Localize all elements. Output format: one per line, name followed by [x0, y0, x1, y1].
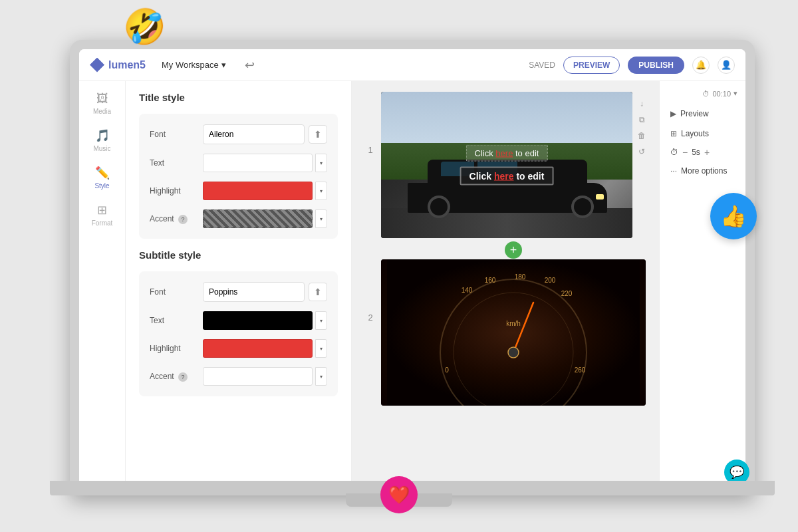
publish-button[interactable]: PUBLISH — [628, 57, 684, 74]
workspace-label: My Workspace — [162, 60, 219, 70]
accent-row: Accent ? ▾ — [150, 209, 327, 228]
subtitle-text-swatch[interactable] — [203, 311, 313, 330]
layouts-panel-label: Layouts — [681, 129, 709, 138]
more-options-label: More options — [681, 166, 727, 176]
subtitle-text-dropdown[interactable]: ▾ — [315, 311, 327, 330]
accent-color-swatch[interactable] — [203, 209, 313, 228]
sidebar-item-music[interactable]: 🎵 Music — [83, 123, 122, 158]
layouts-panel-icon: ⊞ — [670, 129, 677, 138]
slide-side-controls-1: ↓ ⧉ 🗑 ↺ — [635, 92, 648, 158]
sidebar-item-format[interactable]: ⊞ Format — [83, 198, 122, 232]
duration-plus-button[interactable]: + — [703, 147, 711, 158]
layouts-panel-item[interactable]: ⊞ Layouts — [665, 124, 740, 143]
highlight-control: ▾ — [203, 182, 327, 200]
slide-edit-text-lower[interactable]: Click here to edit — [460, 167, 554, 186]
accent-label: Accent ? — [150, 214, 203, 224]
speedometer-svg: 140 160 180 200 220 km/h — [381, 259, 646, 406]
subtitle-font-upload-button[interactable]: ⬆ — [309, 283, 327, 301]
laptop-screen: lumen5 My Workspace ▾ ↩ SAVED PREVIEW PU… — [79, 49, 745, 495]
subtitle-accent-help-icon[interactable]: ? — [178, 372, 188, 382]
svg-text:200: 200 — [545, 277, 556, 284]
notifications-button[interactable]: 🔔 — [692, 57, 710, 74]
scene: 🤣 👍 ❤️ lumen5 My Workspace ▾ ↩ — [0, 0, 798, 532]
highlight-color-dropdown[interactable]: ▾ — [315, 182, 327, 200]
preview-panel-label: Preview — [680, 109, 709, 118]
subtitle-style-card: Font Poppins Aileron Roboto ⬆ — [139, 271, 338, 396]
style-icon: ✏️ — [95, 166, 110, 180]
slide-row-2: 2 — [362, 259, 648, 406]
user-button[interactable]: 👤 — [718, 57, 735, 74]
font-select[interactable]: Aileron Poppins Roboto — [203, 124, 305, 144]
saved-status: SAVED — [529, 61, 555, 70]
sidebar-item-label: Format — [92, 219, 113, 227]
subtitle-font-control: Poppins Aileron Roboto ⬆ — [203, 282, 327, 302]
subtitle-font-row: Font Poppins Aileron Roboto ⬆ — [150, 282, 327, 302]
svg-text:0: 0 — [445, 366, 449, 374]
more-options-icon: ··· — [670, 166, 677, 176]
thumbs-up-bubble[interactable]: 👍 — [710, 193, 757, 239]
slide-1[interactable]: Click here to edit Click here to edit — [381, 92, 632, 238]
style-panel: Title style Font Aileron Poppins Roboto — [126, 81, 352, 495]
subtitle-highlight-control: ▾ — [203, 339, 327, 358]
preview-panel-item[interactable]: ▶ Preview — [665, 104, 740, 123]
sidebar-item-media[interactable]: 🖼 Media — [83, 86, 122, 120]
subtitle-highlight-dropdown[interactable]: ▾ — [315, 339, 327, 358]
subtitle-highlight-row: Highlight ▾ — [150, 339, 327, 358]
sidebar-item-label: Music — [93, 145, 110, 152]
subtitle-style-heading: Subtitle style — [139, 249, 338, 261]
svg-text:160: 160 — [485, 277, 496, 284]
slide-number-2: 2 — [362, 259, 378, 323]
emoji-sticker: 🤣 — [123, 7, 166, 47]
preview-button[interactable]: PREVIEW — [563, 57, 620, 74]
slide-delete-button[interactable]: 🗑 — [635, 129, 648, 142]
topbar-right: SAVED PREVIEW PUBLISH 🔔 👤 — [529, 57, 735, 74]
accent-color-dropdown[interactable]: ▾ — [315, 209, 327, 228]
title-style-heading: Title style — [139, 92, 338, 103]
text-color-dropdown[interactable]: ▾ — [315, 154, 327, 172]
duration-row: ⏱ − 5s + — [665, 144, 740, 160]
slide-2[interactable]: 140 160 180 200 220 km/h — [381, 259, 646, 406]
main-content: 🖼 Media 🎵 Music ✏️ Style ⊞ Format — [79, 81, 745, 495]
subtitle-accent-dropdown[interactable]: ▾ — [315, 367, 327, 386]
laptop-body: lumen5 My Workspace ▾ ↩ SAVED PREVIEW PU… — [70, 40, 755, 495]
duration-minus-button[interactable]: − — [681, 147, 689, 158]
subtitle-font-select[interactable]: Poppins Aileron Roboto — [203, 282, 305, 302]
sidebar-item-style[interactable]: ✏️ Style — [83, 160, 122, 195]
subtitle-text-label: Text — [150, 316, 203, 325]
preview-panel-icon: ▶ — [670, 109, 676, 118]
accent-help-icon[interactable]: ? — [178, 215, 188, 224]
font-control: Aileron Poppins Roboto ⬆ — [203, 124, 327, 144]
add-slide-divider: + — [362, 241, 648, 259]
slide-text-overlay[interactable]: Click here to edit Click here to edit — [460, 145, 554, 186]
highlight-row: Highlight ▾ — [150, 182, 327, 200]
subtitle-accent-control: ▾ — [203, 367, 327, 386]
svg-text:140: 140 — [462, 287, 473, 294]
right-panel: ⏱ 00:10 ▾ ▶ Preview ⊞ Layouts ⏱ − — [659, 81, 745, 495]
more-options-item[interactable]: ··· More options — [665, 162, 740, 180]
add-slide-button[interactable]: + — [505, 241, 522, 259]
svg-rect-0 — [387, 259, 640, 406]
timer-chevron[interactable]: ▾ — [733, 89, 737, 98]
slide-copy-button[interactable]: ⧉ — [635, 113, 648, 126]
speedometer-background: 140 160 180 200 220 km/h — [381, 259, 646, 406]
workspace-chevron: ▾ — [221, 60, 226, 70]
highlight-label: Highlight — [150, 186, 203, 196]
undo-button[interactable]: ↩ — [242, 55, 257, 75]
timer-icon: ⏱ — [702, 90, 710, 98]
svg-text:km/h: km/h — [506, 320, 521, 327]
subtitle-accent-swatch[interactable] — [203, 367, 313, 386]
font-upload-button[interactable]: ⬆ — [309, 125, 327, 144]
slide-edit-text-upper[interactable]: Click here to edit — [466, 145, 548, 162]
highlight-color-swatch[interactable] — [203, 182, 313, 200]
slide-reset-button[interactable]: ↺ — [635, 145, 648, 158]
workspace-dropdown[interactable]: My Workspace ▾ — [156, 57, 231, 72]
text-color-swatch[interactable] — [203, 154, 313, 172]
subtitle-font-label: Font — [150, 287, 203, 297]
subtitle-accent-label: Accent ? — [150, 372, 203, 382]
svg-text:260: 260 — [575, 366, 586, 374]
slide-down-button[interactable]: ↓ — [635, 97, 648, 110]
subtitle-highlight-swatch[interactable] — [203, 339, 313, 358]
subtitle-accent-swatch-row: ▾ — [203, 367, 327, 386]
accent-control: ▾ — [203, 209, 327, 228]
accent-swatch-row: ▾ — [203, 209, 327, 228]
